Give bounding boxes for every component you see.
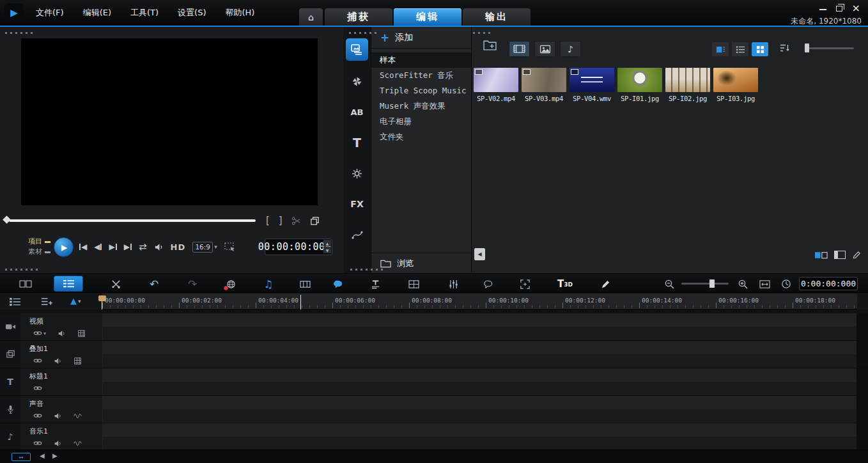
timeline-view-button[interactable] <box>54 276 83 292</box>
mark-out-button[interactable]: ] <box>279 215 283 226</box>
ripple-link-icon[interactable] <box>33 439 42 448</box>
media-item[interactable]: SP-V03.mp4 <box>522 68 566 102</box>
view-grid-button[interactable] <box>752 42 768 56</box>
undo-button[interactable]: ↶ <box>144 276 164 292</box>
seek-thumb[interactable] <box>3 216 11 224</box>
go-to-end-button[interactable]: ▶ <box>124 242 132 251</box>
volume-icon[interactable] <box>154 242 164 252</box>
library-panel-toggle-icon[interactable] <box>834 251 846 259</box>
close-icon[interactable]: × <box>852 4 860 12</box>
ripple-link-icon[interactable] <box>33 356 42 365</box>
zoom-in-button[interactable] <box>733 276 752 292</box>
split-clip-icon[interactable] <box>291 216 301 226</box>
music-track-type[interactable]: ♪ <box>0 423 20 450</box>
nav-subtitles[interactable]: T <box>343 130 371 155</box>
library-scroll-left-button[interactable]: ◀ <box>474 248 485 260</box>
voice-track-type[interactable] <box>0 396 20 423</box>
tools-button[interactable] <box>106 276 125 292</box>
track-options-dropdown[interactable]: ▲ ▾ <box>70 296 81 306</box>
title-track-header[interactable]: 标题1 <box>20 368 102 395</box>
tab-edit[interactable]: 编辑 <box>394 8 461 26</box>
minimize-icon[interactable] <box>819 9 826 10</box>
nav-media[interactable] <box>346 38 368 61</box>
category-item-samples[interactable]: 样本 <box>371 52 471 68</box>
track-grid-icon[interactable] <box>77 329 86 338</box>
mark-in-button[interactable]: [ <box>266 215 270 226</box>
nav-transitions[interactable] <box>343 69 371 93</box>
view-scene-button[interactable] <box>712 42 729 56</box>
media-item[interactable]: SP-I01.jpg <box>617 68 662 102</box>
import-media-icon[interactable] <box>483 40 497 51</box>
media-item[interactable]: SP-I02.jpg <box>665 68 710 102</box>
preview-timecode[interactable]: 00:00:00:000 ▲ ▼ <box>265 239 332 255</box>
filter-audio-button[interactable]: ♪ <box>560 41 581 57</box>
zoom-out-button[interactable] <box>660 276 679 292</box>
ripple-link-icon[interactable] <box>33 411 42 420</box>
browse-button[interactable]: 浏览 <box>371 253 471 273</box>
add-track-icon[interactable] <box>41 297 53 306</box>
painting-creator-button[interactable] <box>596 276 615 292</box>
sort-icon[interactable] <box>780 43 790 52</box>
storyboard-view-button[interactable] <box>13 276 38 292</box>
splitter-grip[interactable] <box>5 269 38 271</box>
menu-help[interactable]: 帮助(H) <box>221 5 258 20</box>
video-track-header[interactable]: 视频 ▾ <box>20 313 102 340</box>
clip-mode[interactable]: 素材 <box>28 247 50 257</box>
category-item-folder[interactable]: 文件夹 <box>371 129 471 145</box>
marquee-select-icon[interactable] <box>224 242 236 252</box>
redo-button[interactable]: ↷ <box>183 276 202 292</box>
menu-settings[interactable]: 设置(S) <box>174 5 210 20</box>
timeline-zoom-slider[interactable] <box>681 283 729 285</box>
timeline-zoom-thumb[interactable] <box>709 279 715 288</box>
playhead-handle[interactable] <box>98 295 106 301</box>
category-item-muserk[interactable]: Muserk 声音效果 <box>371 98 471 114</box>
video-track-type[interactable] <box>0 313 20 340</box>
voice-track-header[interactable]: 声音 <box>20 396 102 423</box>
add-category-button[interactable]: + 添加 <box>371 27 471 49</box>
timeline-ruler[interactable]: 00:00:00:00 00:00:02:00 00:00:04:00 00:0… <box>102 294 857 310</box>
track-grid-icon[interactable] <box>74 357 82 365</box>
screen-record-button[interactable] <box>221 276 240 292</box>
nav-titles[interactable]: AB <box>343 100 371 124</box>
fit-project-icon[interactable]: ↔ <box>12 453 31 461</box>
track-manager-icon[interactable] <box>9 297 21 306</box>
filter-videos-button[interactable] <box>509 41 530 57</box>
nav-filters[interactable]: FX <box>343 192 371 216</box>
mute-speaker-icon[interactable] <box>54 439 62 448</box>
subtitle-editor-button[interactable] <box>366 276 385 292</box>
hd-toggle[interactable]: HD <box>171 242 186 252</box>
ripple-link-icon[interactable] <box>33 384 42 393</box>
category-item-triplescoop[interactable]: Triple Scoop Music <box>371 83 471 98</box>
motion-tracking-button[interactable] <box>515 276 534 292</box>
go-to-start-button[interactable]: ◀ <box>79 242 87 251</box>
title-track-content[interactable] <box>102 368 856 395</box>
zoom-slider-thumb[interactable] <box>805 43 809 52</box>
timeline-timecode[interactable]: 0:00:00:000 <box>799 277 858 290</box>
nav-motion-path[interactable] <box>343 223 371 247</box>
menu-edit[interactable]: 编辑(E) <box>79 5 115 20</box>
filter-photos-button[interactable] <box>534 41 555 57</box>
aspect-ratio-select[interactable]: 16:9 ▾ <box>192 242 217 253</box>
menu-tools[interactable]: 工具(T) <box>127 5 162 20</box>
library-compare-icon[interactable] <box>814 251 828 260</box>
edit-pencil-icon[interactable] <box>852 250 862 260</box>
next-frame-button[interactable]: ▶ <box>109 242 116 251</box>
duration-button[interactable] <box>777 276 796 292</box>
restore-icon[interactable] <box>836 6 842 12</box>
category-item-scorefitter[interactable]: ScoreFitter 音乐 <box>371 68 471 83</box>
waveform-icon[interactable] <box>74 439 82 448</box>
project-mode[interactable]: 项目 <box>28 237 50 247</box>
home-tab[interactable]: ⌂ <box>299 8 323 26</box>
mute-speaker-icon[interactable] <box>54 357 62 365</box>
fit-timeline-button[interactable] <box>755 276 774 292</box>
previous-frame-button[interactable]: ◀ <box>94 242 102 251</box>
splitter-grip[interactable] <box>350 269 384 271</box>
sound-mixer-button[interactable] <box>444 276 463 292</box>
step-up-icon[interactable]: ▲ <box>323 240 331 246</box>
audio-music-button[interactable]: ♫ <box>259 276 278 292</box>
preview-video-area[interactable] <box>21 38 318 205</box>
music-track-header[interactable]: 音乐1 <box>20 423 102 450</box>
seek-bar[interactable] <box>9 219 256 222</box>
voice-track-content[interactable] <box>102 396 856 423</box>
overlay-track-content[interactable] <box>102 341 856 368</box>
